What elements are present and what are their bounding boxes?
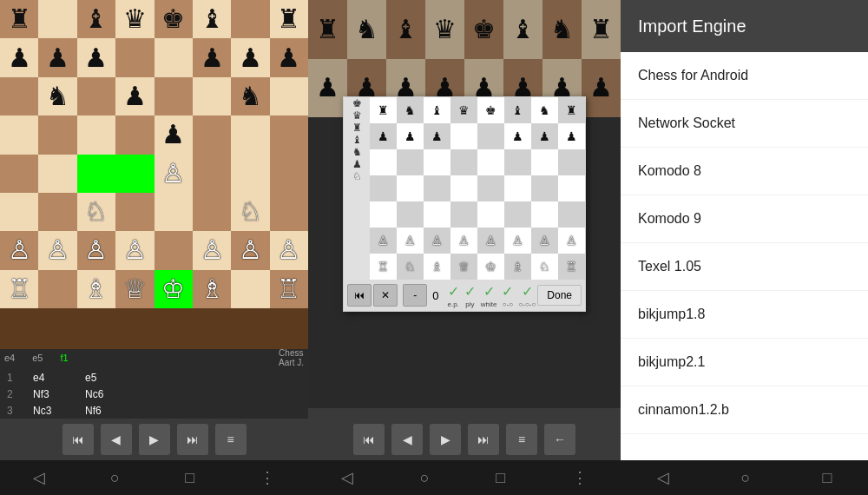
menu-item-network-socket[interactable]: Network Socket [621, 100, 868, 148]
cell-1-7[interactable]: ♟ [270, 38, 308, 76]
cell-4-1[interactable] [38, 155, 76, 193]
more-icon[interactable]: ⋮ [260, 468, 275, 487]
cell-1-6[interactable]: ♟ [231, 38, 269, 76]
cell-5-7[interactable] [270, 193, 308, 231]
mid-recents-icon[interactable]: □ [496, 469, 505, 487]
cell-4-6[interactable] [231, 155, 269, 193]
cell-0-5[interactable]: ♝ [193, 0, 231, 38]
cell-0-3[interactable]: ♛ [115, 0, 154, 38]
cell-4-5[interactable] [193, 155, 231, 193]
cell-2-6[interactable]: ♞ [231, 77, 269, 116]
cell-5-1[interactable] [38, 193, 76, 231]
dlg-first-btn[interactable]: ⏮ [347, 284, 372, 307]
cell-3-4[interactable]: ♟ [155, 116, 193, 154]
menu-item-chess-android[interactable]: Chess for Android [621, 52, 868, 100]
right-recents-icon[interactable]: □ [823, 469, 832, 487]
mid-home-icon[interactable]: ○ [420, 469, 430, 487]
mid-nav-menu[interactable]: ≡ [506, 424, 537, 455]
menu-item-bikjump21[interactable]: bikjump2.1 [621, 339, 868, 386]
mid-more-icon[interactable]: ⋮ [572, 468, 588, 487]
cell-0-2[interactable]: ♝ [77, 0, 115, 38]
menu-item-komodo9[interactable]: Komodo 9 [621, 195, 868, 243]
cell-5-3[interactable] [115, 193, 154, 231]
cell-7-1[interactable] [38, 270, 76, 308]
cell-2-7[interactable] [270, 77, 308, 116]
cell-6-3[interactable]: ♙ [115, 231, 154, 269]
ep-checkbox[interactable]: ✓ e.p. [447, 283, 458, 308]
cell-6-7[interactable]: ♙ [270, 231, 308, 269]
cell-1-1[interactable]: ♟ [38, 38, 76, 76]
nav-prev-button[interactable]: ◀ [101, 424, 132, 455]
mid-nav-prev[interactable]: ◀ [391, 424, 423, 455]
mid-nav-back[interactable]: ← [544, 424, 575, 455]
dlg-piece-q[interactable]: ♛ [344, 109, 370, 122]
cell-3-1[interactable] [38, 116, 76, 154]
cell-4-7[interactable] [270, 155, 308, 193]
cell-1-5[interactable]: ♟ [193, 38, 231, 76]
cell-6-4[interactable] [155, 231, 193, 269]
dlg-piece-k[interactable]: ♚ [344, 97, 370, 109]
cell-4-4[interactable]: ♙ [155, 155, 193, 193]
done-button[interactable]: Done [537, 285, 582, 306]
mid-nav-first[interactable]: ⏮ [353, 424, 385, 455]
cell-5-5[interactable] [193, 193, 231, 231]
cell-2-0[interactable] [0, 77, 38, 116]
mid-nav-next[interactable]: ▶ [430, 424, 461, 455]
castle-k-checkbox[interactable]: ✓ ○-○ [502, 283, 513, 308]
cell-7-4[interactable]: ♔ [155, 270, 193, 308]
back-icon[interactable]: ◁ [33, 468, 45, 487]
dlg-piece-p[interactable]: ♟ [344, 158, 370, 170]
cell-4-2[interactable] [77, 155, 115, 193]
cell-7-2[interactable]: ♗ [77, 270, 115, 308]
cell-2-5[interactable] [193, 77, 231, 116]
dlg-minus-btn[interactable]: - [403, 284, 427, 307]
cell-5-2[interactable]: ♘ [77, 193, 115, 231]
cell-4-3[interactable] [115, 155, 154, 193]
cell-3-7[interactable] [270, 116, 308, 154]
cell-1-4[interactable] [155, 38, 193, 76]
cell-7-5[interactable]: ♗ [193, 270, 231, 308]
menu-item-komodo8[interactable]: Komodo 8 [621, 148, 868, 195]
nav-menu-button[interactable]: ≡ [215, 424, 247, 455]
dlg-close-btn[interactable]: ✕ [373, 284, 398, 307]
recents-icon[interactable]: □ [185, 469, 194, 487]
cell-0-7[interactable]: ♜ [270, 0, 308, 38]
cell-6-6[interactable]: ♙ [231, 231, 269, 269]
cell-0-1[interactable] [38, 0, 76, 38]
cell-3-6[interactable] [231, 116, 269, 154]
cell-6-5[interactable]: ♙ [193, 231, 231, 269]
cell-7-6[interactable] [231, 270, 269, 308]
cell-1-2[interactable]: ♟ [77, 38, 115, 76]
cell-3-2[interactable] [77, 116, 115, 154]
cell-3-5[interactable] [193, 116, 231, 154]
cell-2-1[interactable]: ♞ [38, 77, 76, 116]
cell-3-0[interactable] [0, 116, 38, 154]
cell-6-1[interactable]: ♙ [38, 231, 76, 269]
dlg-piece-n[interactable]: ♞ [344, 146, 370, 158]
ply-checkbox[interactable]: ✓ ply [464, 283, 476, 308]
cell-7-7[interactable]: ♖ [270, 270, 308, 308]
cell-3-3[interactable] [115, 116, 154, 154]
cell-5-6[interactable]: ♘ [231, 193, 269, 231]
dlg-piece-r[interactable]: ♜ [344, 122, 370, 134]
white-checkbox[interactable]: ✓ white [481, 283, 497, 308]
cell-0-4[interactable]: ♚ [155, 0, 193, 38]
nav-first-button[interactable]: ⏮ [62, 424, 94, 455]
cell-7-3[interactable]: ♕ [115, 270, 154, 308]
cell-5-0[interactable] [0, 193, 38, 231]
right-back-icon[interactable]: ◁ [657, 468, 669, 487]
cell-4-0[interactable] [0, 155, 38, 193]
castle-q-checkbox[interactable]: ✓ ○-○-○ [518, 283, 536, 308]
cell-0-6[interactable] [231, 0, 269, 38]
menu-item-bikjump18[interactable]: bikjump1.8 [621, 291, 868, 339]
cell-2-2[interactable] [77, 77, 115, 116]
dlg-piece-wn[interactable]: ♘ [344, 170, 370, 182]
cell-7-0[interactable]: ♖ [0, 270, 38, 308]
menu-item-texel[interactable]: Texel 1.05 [621, 243, 868, 291]
nav-last-button[interactable]: ⏭ [177, 424, 208, 455]
left-chess-board[interactable]: ♜ ♝ ♛ ♚ ♝ ♜ ♟ ♟ ♟ ♟ ♟ ♟ ♞ ♟ ♞ [0, 0, 308, 308]
cell-2-4[interactable] [155, 77, 193, 116]
nav-next-button[interactable]: ▶ [139, 424, 170, 455]
right-home-icon[interactable]: ○ [741, 469, 751, 487]
cell-5-4[interactable] [155, 193, 193, 231]
